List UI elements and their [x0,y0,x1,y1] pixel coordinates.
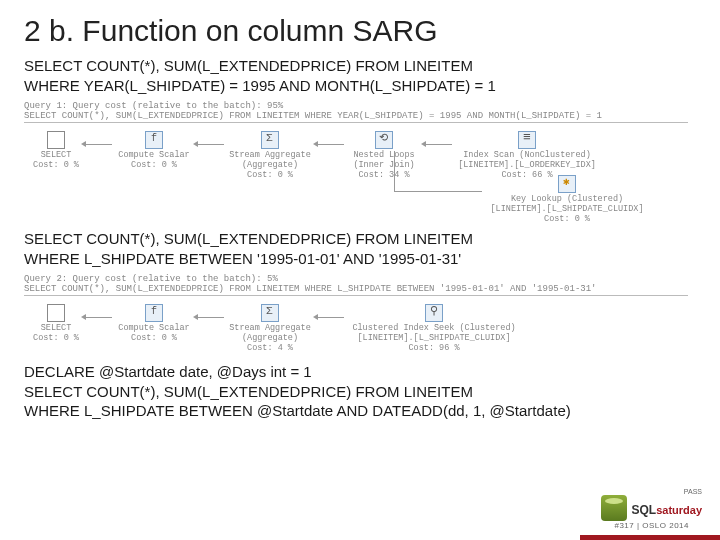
sql3-line3: WHERE L_SHIPDATE BETWEEN @Startdate AND … [24,401,696,421]
node-cost: Cost: 0 % [226,171,314,181]
sql2-line2: WHERE L_SHIPDATE BETWEEN '1995-01-01' AN… [24,249,696,269]
logo-sql: SQL [631,503,656,517]
stream-aggregate-icon [261,304,279,322]
arrow-icon [424,139,452,149]
connector-line [394,191,482,192]
plan1-header: Query 1: Query cost (relative to the bat… [24,99,688,123]
sqlsaturday-logo: PASS SQLsaturday #317 | OSLO 2014 [601,488,702,530]
footer-accent-bar [580,535,720,540]
node-cost: Cost: 0 % [30,334,82,344]
select-icon [47,304,65,322]
node-cost: Cost: 4 % [226,344,314,354]
execution-plan-2: SELECT Cost: 0 % Compute Scalar Cost: 0 … [24,300,688,356]
sql-block-2: SELECT COUNT(*), SUM(L_EXTENDEDPRICE) FR… [24,229,696,268]
database-icon [601,495,627,521]
arrow-icon [196,139,224,149]
key-lookup-icon [558,175,576,193]
compute-scalar-icon [145,131,163,149]
sql-block-3: DECLARE @Startdate date, @Days int = 1 S… [24,362,696,421]
sql3-line2: SELECT COUNT(*), SUM(L_EXTENDEDPRICE) FR… [24,382,696,402]
compute-scalar-icon [145,304,163,322]
sql2-line1: SELECT COUNT(*), SUM(L_EXTENDEDPRICE) FR… [24,229,696,249]
select-icon [47,131,65,149]
connector-line [394,151,395,191]
node-cost: Cost: 0 % [114,161,194,171]
sql-block-1: SELECT COUNT(*), SUM(L_EXTENDEDPRICE) FR… [24,56,696,95]
arrow-icon [84,312,112,322]
nested-loops-icon [375,131,393,149]
index-scan-icon [518,131,536,149]
arrow-icon [84,139,112,149]
sql1-line2: WHERE YEAR(L_SHIPDATE) = 1995 AND MONTH(… [24,76,696,96]
sql1-line1: SELECT COUNT(*), SUM(L_EXTENDEDPRICE) FR… [24,56,696,76]
arrow-icon [196,312,224,322]
plan2-header: Query 2: Query cost (relative to the bat… [24,272,688,296]
logo-pass: PASS [601,488,702,495]
arrow-icon [316,139,344,149]
node-cost: Cost: 34 % [346,171,422,181]
plan2-sql-line: SELECT COUNT(*), SUM(L_EXTENDEDPRICE) FR… [24,284,688,294]
node-cost: Cost: 0 % [114,334,194,344]
arrow-icon [316,312,344,322]
logo-event: #317 | OSLO 2014 [601,521,702,530]
node-cost: Cost: 0 % [30,161,82,171]
clustered-index-seek-icon [425,304,443,322]
plan1-sql-line: SELECT COUNT(*), SUM(L_EXTENDEDPRICE) FR… [24,111,688,121]
stream-aggregate-icon [261,131,279,149]
plan2-cost-line: Query 2: Query cost (relative to the bat… [24,274,688,284]
plan1-cost-line: Query 1: Query cost (relative to the bat… [24,101,688,111]
node-cost: Cost: 96 % [346,344,522,354]
logo-saturday: saturday [656,504,702,516]
node-cost: Cost: 0 % [484,215,650,225]
slide-title: 2 b. Function on column SARG [24,14,696,48]
execution-plan-1: SELECT Cost: 0 % Compute Scalar Cost: 0 … [24,127,688,223]
sql3-line1: DECLARE @Startdate date, @Days int = 1 [24,362,696,382]
